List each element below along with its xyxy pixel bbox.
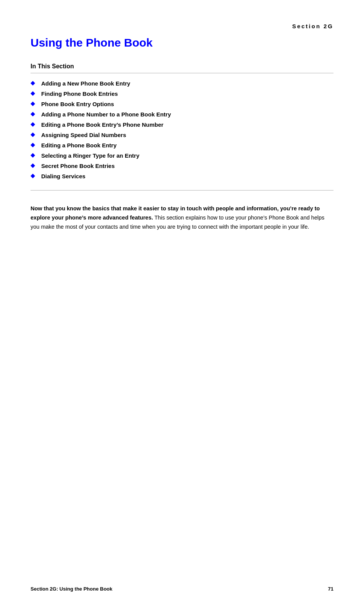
toc-item-label: Selecting a Ringer Type for an Entry bbox=[41, 152, 139, 159]
diamond-icon bbox=[31, 143, 36, 148]
toc-item-label: Editing a Phone Book Entry bbox=[41, 142, 117, 149]
toc-item: Assigning Speed Dial Numbers bbox=[31, 132, 333, 138]
svg-marker-5 bbox=[31, 132, 35, 137]
toc-item: Adding a Phone Number to a Phone Book En… bbox=[31, 111, 333, 118]
divider-bottom bbox=[31, 190, 333, 190]
toc-item-label: Phone Book Entry Options bbox=[41, 101, 114, 107]
toc-item: Secret Phone Book Entries bbox=[31, 163, 333, 169]
svg-marker-6 bbox=[31, 143, 35, 147]
divider-top bbox=[31, 73, 333, 73]
page: Section 2G Using the Phone Book In This … bbox=[0, 0, 364, 607]
toc-item: Editing a Phone Book Entry’s Phone Numbe… bbox=[31, 121, 333, 128]
toc-item: Selecting a Ringer Type for an Entry bbox=[31, 152, 333, 159]
toc-item: Adding a New Phone Book Entry bbox=[31, 80, 333, 87]
toc-item: Phone Book Entry Options bbox=[31, 101, 333, 107]
diamond-icon bbox=[31, 132, 36, 138]
diamond-icon bbox=[31, 174, 36, 179]
toc-item-label: Adding a Phone Number to a Phone Book En… bbox=[41, 111, 171, 118]
diamond-icon bbox=[31, 163, 36, 169]
svg-marker-8 bbox=[31, 163, 35, 168]
toc-item-label: Secret Phone Book Entries bbox=[41, 163, 115, 169]
toc-item-label: Assigning Speed Dial Numbers bbox=[41, 132, 126, 138]
svg-marker-0 bbox=[31, 81, 35, 86]
toc-heading: In This Section bbox=[31, 63, 333, 70]
svg-marker-9 bbox=[31, 174, 35, 178]
toc-item-label: Editing a Phone Book Entry’s Phone Numbe… bbox=[41, 121, 163, 128]
footer-left: Section 2G: Using the Phone Book bbox=[31, 586, 113, 592]
footer-right: 71 bbox=[328, 586, 333, 592]
toc-item-label: Adding a New Phone Book Entry bbox=[41, 80, 130, 87]
toc-item: Editing a Phone Book Entry bbox=[31, 142, 333, 149]
toc-item-label: Dialing Services bbox=[41, 173, 85, 179]
svg-marker-4 bbox=[31, 122, 35, 127]
page-title: Using the Phone Book bbox=[31, 36, 333, 49]
section-label: Section 2G bbox=[31, 23, 333, 29]
toc-item-label: Finding Phone Book Entries bbox=[41, 90, 118, 97]
diamond-icon bbox=[31, 91, 36, 97]
diamond-icon bbox=[31, 112, 36, 117]
toc-item: Finding Phone Book Entries bbox=[31, 90, 333, 97]
diamond-icon bbox=[31, 122, 36, 128]
toc-item: Dialing Services bbox=[31, 173, 333, 179]
svg-marker-7 bbox=[31, 153, 35, 158]
diamond-icon bbox=[31, 153, 36, 158]
svg-marker-3 bbox=[31, 112, 35, 116]
footer: Section 2G: Using the Phone Book 71 bbox=[31, 586, 333, 592]
svg-marker-1 bbox=[31, 91, 35, 96]
svg-marker-2 bbox=[31, 102, 35, 106]
toc-list: Adding a New Phone Book Entry Finding Ph… bbox=[31, 80, 333, 183]
intro-paragraph: Now that you know the basics that make i… bbox=[31, 204, 333, 232]
diamond-icon bbox=[31, 102, 36, 107]
diamond-icon bbox=[31, 81, 36, 86]
